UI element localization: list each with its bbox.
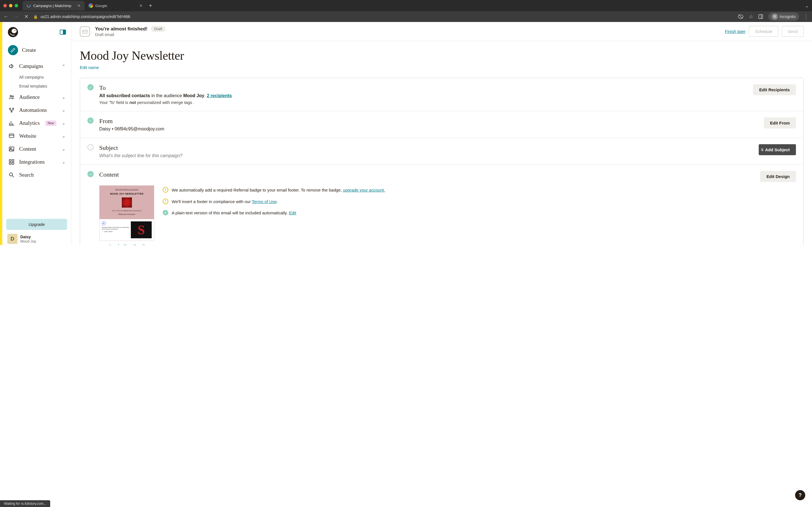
browser-tab-mailchimp[interactable]: Campaigns | Mailchimp ✕ <box>22 1 85 10</box>
section-heading: Subject <box>99 144 759 152</box>
sidebar-item-analytics[interactable]: Analytics New ⌄ <box>5 117 68 129</box>
bookmark-star-icon[interactable]: ☆ <box>748 13 754 20</box>
audience-icon <box>8 94 15 101</box>
preview-view-in-browser: View this email in your browser <box>101 188 152 190</box>
sidebar-create-button[interactable]: Create <box>5 42 68 58</box>
to-note-c: personalized with merge tags . <box>136 100 195 105</box>
sidebar-item-label: Integrations <box>19 159 45 165</box>
preview-sub-b: Mood Joy <box>124 210 132 212</box>
edit-name-link[interactable]: Edit name <box>80 65 804 70</box>
recipients-link[interactable]: 2 recipients <box>207 93 232 98</box>
email-preview-column: View this email in your browser MOOD JOY… <box>99 185 154 245</box>
upgrade-button[interactable]: Upgrade <box>6 219 67 230</box>
finish-later-link[interactable]: Finish later <box>725 29 746 34</box>
svg-point-0 <box>28 4 31 7</box>
notice-text: We'll insert a footer in compliance with… <box>172 199 252 204</box>
envelope-outline-icon <box>80 26 90 37</box>
preview-sub-a: This is the First <box>112 210 124 212</box>
sidebar-item-content[interactable]: Content ⌄ <box>5 143 68 156</box>
svg-rect-24 <box>83 30 87 33</box>
close-tab-icon[interactable]: ✕ <box>139 3 143 8</box>
back-button[interactable]: ← <box>3 14 9 20</box>
schedule-button[interactable]: Schedule <box>749 26 778 37</box>
chevron-down-icon: ⌄ <box>62 95 65 100</box>
preview-hero-image <box>122 198 132 208</box>
from-value: Daisy • 06f94c95@moodjoy.com <box>99 126 764 131</box>
email-preview-thumbnail[interactable]: View this email in your browser MOOD JOY… <box>99 185 154 241</box>
main-content: You're almost finished! Draft Draft emai… <box>71 22 812 245</box>
preview-sub-c: Newsletter!!! <box>132 210 142 212</box>
to-text: in the audience <box>150 93 183 98</box>
svg-rect-16 <box>9 147 14 151</box>
mailchimp-logo-icon[interactable] <box>7 26 18 38</box>
content-notices: ! We automatically add a required Referr… <box>163 187 796 245</box>
maximize-window-icon[interactable] <box>15 4 18 7</box>
sidebar-item-website[interactable]: Website ⌄ <box>5 129 68 143</box>
stop-reload-button[interactable]: ✕ <box>23 13 29 20</box>
topbar-subtitle: Draft email <box>95 33 165 37</box>
terms-of-use-link[interactable]: Terms of Use <box>252 199 276 204</box>
svg-line-23 <box>12 176 14 177</box>
upgrade-account-link[interactable]: upgrade your account. <box>343 187 385 192</box>
eye-off-icon[interactable] <box>738 14 744 19</box>
section-from: ✓ From Daisy • 06f94c95@moodjoy.com Edit… <box>80 111 803 138</box>
sidebar: Create Campaigns ⌃ All campaigns Email t… <box>2 22 71 245</box>
tab-bar: Campaigns | Mailchimp ✕ Google ✕ + ⌄ <box>0 0 812 11</box>
edit-recipients-button[interactable]: Edit Recipients <box>753 84 796 95</box>
sidebar-item-search[interactable]: Search <box>5 168 68 181</box>
preview-promo-image: S <box>131 221 152 238</box>
send-test-email-link[interactable]: Send a Test Email <box>99 244 154 245</box>
browser-tab-google[interactable]: Google ✕ <box>85 1 147 10</box>
sidebar-item-label: Search <box>19 172 34 178</box>
collapse-sidebar-icon[interactable] <box>60 30 66 35</box>
browser-chrome: Campaigns | Mailchimp ✕ Google ✕ + ⌄ ← →… <box>0 0 812 22</box>
notice-plaintext: ✓ A plain-text version of this email wil… <box>163 210 796 216</box>
notice-text-b: . <box>276 199 278 204</box>
user-org: Mood Joy <box>20 239 36 243</box>
svg-point-5 <box>775 17 776 18</box>
to-note-not: not <box>130 100 136 105</box>
sidebar-item-label: Audience <box>19 94 40 100</box>
check-icon: ✓ <box>87 171 94 177</box>
app-root: Create Campaigns ⌃ All campaigns Email t… <box>0 22 812 245</box>
svg-point-10 <box>12 96 13 97</box>
chevron-down-icon: ⌄ <box>62 121 65 126</box>
bar-chart-icon <box>8 119 15 127</box>
svg-rect-18 <box>9 160 11 161</box>
add-subject-button[interactable]: ☟ Add Subject <box>759 144 796 155</box>
close-window-icon[interactable] <box>3 4 7 7</box>
svg-rect-21 <box>12 163 14 164</box>
section-heading: Content <box>99 171 760 178</box>
edit-design-button[interactable]: Edit Design <box>760 171 796 182</box>
grid-icon <box>8 158 15 166</box>
edit-from-button[interactable]: Edit From <box>764 117 796 128</box>
svg-point-11 <box>10 108 11 109</box>
window-controls[interactable] <box>3 4 18 7</box>
user-menu[interactable]: D Daisy Mood Joy <box>6 230 67 245</box>
forward-button: → <box>13 14 19 20</box>
sidebar-item-label: Campaigns <box>19 63 43 69</box>
sidebar-item-label: Content <box>19 146 36 152</box>
cursor-pointer-icon: ☟ <box>761 148 763 152</box>
sidebar-item-integrations[interactable]: Integrations ⌄ <box>5 156 68 168</box>
minimize-window-icon[interactable] <box>9 4 12 7</box>
menu-icon[interactable]: ⋮ <box>803 13 809 20</box>
notice-footer-terms: ! We'll insert a footer in compliance wi… <box>163 199 796 205</box>
incognito-indicator[interactable]: Incognito <box>768 12 799 21</box>
new-tab-button[interactable]: + <box>149 3 152 9</box>
sidebar-item-campaigns[interactable]: Campaigns ⌃ <box>5 60 68 73</box>
sidebar-sub-all-campaigns[interactable]: All campaigns <box>19 73 68 82</box>
sidebar-item-automations[interactable]: Automations ⌄ <box>5 104 68 117</box>
side-panel-icon[interactable] <box>758 14 764 19</box>
close-tab-icon[interactable]: ✕ <box>77 3 81 8</box>
send-button[interactable]: Send <box>782 26 804 37</box>
url-field[interactable]: 🔒 us21.admin.mailchimp.com/campaigns/edi… <box>33 14 734 19</box>
sidebar-item-audience[interactable]: Audience ⌄ <box>5 91 68 104</box>
edit-plaintext-link[interactable]: Edit <box>289 210 296 215</box>
chevron-up-icon: ⌃ <box>62 64 65 69</box>
tabs-dropdown-icon[interactable]: ⌄ <box>805 3 809 8</box>
incognito-icon <box>772 13 778 20</box>
sidebar-sub-email-templates[interactable]: Email templates <box>19 82 68 91</box>
search-icon <box>8 171 15 179</box>
section-content: ✓ Content Edit Design View this email in… <box>80 165 803 245</box>
